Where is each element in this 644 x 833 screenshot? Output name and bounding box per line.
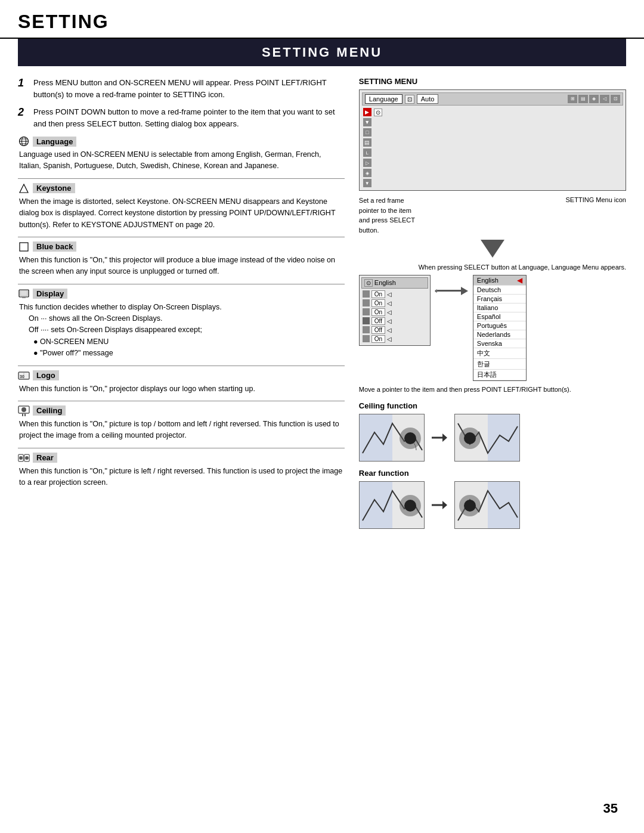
setting-menu-icon-label: SETTING Menu icon [566, 196, 626, 203]
feature-desc-logo: When this function is "On," projector di… [19, 383, 345, 395]
lang-circle-6: ◁ [387, 336, 392, 342]
horiz-tip [461, 287, 468, 295]
menu-row-6-icon: ▷ [363, 159, 371, 167]
feature-label-text-rear: Rear [33, 453, 57, 463]
feature-desc-keystone: When the image is distorted, select Keys… [19, 196, 345, 231]
rear-function-section: Rear function [359, 469, 626, 529]
menu-tab-language: Language [365, 94, 402, 104]
lang-entry-3: On ◁ [361, 308, 428, 317]
lang-item-portugues: Português [473, 321, 526, 330]
when-pressing-annotation: When pressing SELECT button at Language,… [359, 262, 626, 272]
feature-label-text-logo: Logo [33, 370, 59, 380]
lang-row-icon-4 [363, 317, 370, 324]
svg-rect-32 [360, 482, 392, 529]
menu-rows: ▶ ⊙ ▼ □ ▤ L ▷ ◈ [362, 107, 623, 188]
main-content: 1 Press MENU button and ON-SCREEN MENU w… [0, 77, 644, 536]
when-pressing-text: When pressing SELECT button at Language,… [419, 264, 626, 271]
lang-on-2: On [371, 299, 385, 307]
lang-entry-2: On ◁ [361, 299, 428, 308]
lang-entry-1: On ◁ [361, 290, 428, 299]
annotation-line-2: pointer to the item [359, 207, 411, 214]
menu-row-arrow-3: □ [363, 128, 371, 137]
lang-selected-arrow: ◀ [517, 276, 522, 284]
menu-row-8-icon: ▼ [363, 179, 371, 187]
mini-icon-3: ◈ [589, 95, 599, 103]
display-bullet-2: "Power off?" message [33, 348, 345, 359]
page-number: 35 [603, 801, 618, 816]
step-1: 1 Press MENU button and ON-SCREEN MENU w… [18, 77, 345, 100]
menu-row-arrow-2: ▼ [363, 118, 371, 126]
svg-rect-16 [24, 414, 26, 416]
lang-on-3: On [371, 308, 385, 316]
svg-rect-9 [22, 297, 26, 298]
lang-item-japanese: 日本語 [473, 370, 526, 380]
page-title: SETTING [18, 11, 626, 33]
rear-diagrams [359, 481, 626, 529]
lang-row-icon-1 [363, 290, 370, 298]
lang-circle-5: ◁ [387, 327, 392, 333]
feature-blueback: Blue back When this function is "On," th… [18, 241, 345, 278]
feature-desc-blueback: When this function is "On," this project… [19, 255, 345, 278]
lang-on-1: On [371, 290, 385, 298]
feature-label-language: Language [18, 135, 345, 147]
lang-name-svenska: Svenska [477, 340, 502, 347]
svg-rect-8 [20, 290, 27, 296]
feature-label-display: Display [18, 288, 345, 300]
menu-row-5-icon: L [363, 148, 371, 157]
lang-item-francais: Français [473, 295, 526, 304]
svg-point-18 [19, 456, 23, 460]
display-on-text: On ··· shows all the On-Screen Displays. [29, 313, 345, 324]
left-column: 1 Press MENU button and ON-SCREEN MENU w… [18, 77, 345, 536]
annotation-line-3: and press SELECT [359, 216, 415, 224]
feature-desc-ceiling: When this function is "On," picture is t… [19, 419, 345, 442]
svg-point-30 [464, 432, 476, 444]
mini-icon-2: ▤ [578, 95, 588, 103]
feature-ceiling: Ceiling When this function is "On," pict… [18, 405, 345, 442]
horiz-arrow [435, 287, 468, 295]
lang-item-svenska: Svenska [473, 339, 526, 348]
lang-name-italiano: Italiano [477, 304, 498, 311]
lang-item-deutsch: Deutsch [473, 286, 526, 295]
horiz-line [437, 290, 461, 292]
lang-name-espanol: Español [477, 313, 501, 320]
annotation-left: Set a red frame pointer to the item and … [359, 196, 415, 235]
step-number-2: 2 [18, 106, 29, 129]
feature-desc-display: This function decides whether to display… [19, 302, 345, 360]
right-column: SETTING MENU Language ⊡ Auto ⊞ ▤ ◈ ◁ ⊡ ▶ [359, 77, 626, 536]
menu-row-7-icon: ◈ [363, 169, 371, 177]
lang-off-5: Off [371, 326, 385, 334]
svg-point-14 [21, 407, 26, 412]
step-2: 2 Press POINT DOWN button to move a red-… [18, 106, 345, 129]
display-icon [18, 288, 30, 300]
lang-name-francais: Français [477, 295, 502, 302]
move-pointer-annotation: Move a pointer to the item and then pres… [359, 385, 626, 395]
lang-row-icon-3 [363, 308, 370, 315]
lang-off-4: Off [371, 317, 385, 325]
menu-row-5: L [362, 148, 623, 157]
lang-circle-4: ◁ [387, 318, 392, 324]
logo-icon: 30 [18, 370, 30, 382]
feature-desc-rear: When this function is "On," picture is l… [19, 466, 345, 489]
feature-desc-language: Language used in ON-SCREEN MENU is selec… [19, 149, 345, 172]
lang-name-nederlands: Nederlands [477, 331, 510, 338]
mini-icon-1: ⊞ [568, 95, 577, 103]
feature-label-text-display: Display [33, 289, 67, 299]
svg-point-34 [404, 500, 416, 512]
svg-point-40 [464, 500, 476, 512]
menu-row-8: ▼ [362, 178, 623, 188]
svg-marker-26 [442, 433, 447, 442]
mini-icon-4: ◁ [600, 95, 609, 103]
lang-panel-row: ⊙ English On ◁ On ◁ On ◁ [359, 275, 626, 381]
lang-name-english: English [477, 277, 499, 284]
menu-row-1: ▶ ⊙ [362, 107, 623, 117]
feature-label-text-blueback: Blue back [33, 241, 76, 252]
big-down-arrow [481, 240, 504, 258]
ceiling-after-diagram [454, 414, 520, 462]
menu-icons-row: ⊞ ▤ ◈ ◁ ⊡ [568, 95, 620, 103]
menu-row-6: ▷ [362, 158, 623, 168]
ceiling-arrow [431, 429, 448, 447]
svg-rect-15 [22, 414, 23, 416]
lang-row-icon-2 [363, 299, 370, 306]
menu-row-arrow-4: ▤ [363, 138, 371, 147]
menu-row-4: ▤ [362, 138, 623, 147]
